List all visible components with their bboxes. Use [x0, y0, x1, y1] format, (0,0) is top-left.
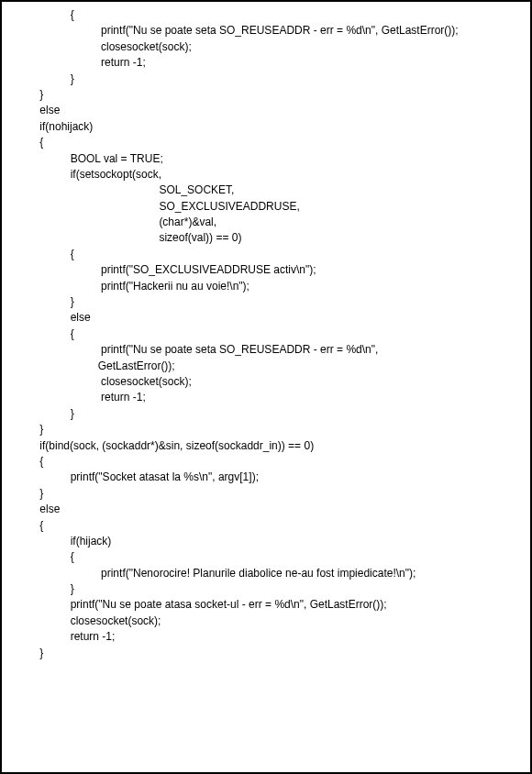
code-line: return -1; — [9, 390, 523, 405]
code-line: printf("Nu se poate atasa socket-ul - er… — [9, 597, 523, 613]
code-line: { — [9, 135, 523, 150]
code-line: return -1; — [9, 55, 523, 71]
code-line: printf("SO_EXCLUSIVEADDRUSE activ\n"); — [9, 262, 523, 278]
code-line: SO_EXCLUSIVEADDRUSE, — [9, 199, 523, 215]
code-line: return -1; — [9, 629, 523, 645]
code-line: else — [9, 310, 523, 326]
code-line: closesocket(sock); — [9, 614, 523, 629]
code-line: } — [9, 486, 523, 502]
code-line: { — [9, 549, 523, 565]
code-line: sizeof(val)) == 0) — [9, 230, 523, 246]
code-line: } — [9, 581, 523, 597]
code-line: } — [9, 646, 523, 661]
code-listing: { printf("Nu se poate seta SO_REUSEADDR … — [9, 7, 523, 661]
code-line: (char*)&val, — [9, 215, 523, 230]
code-line: } — [9, 294, 523, 310]
code-line: printf("Socket atasat la %s\n", argv[1])… — [9, 470, 523, 485]
code-line: { — [9, 326, 523, 342]
code-line: { — [9, 7, 523, 23]
code-line: else — [9, 502, 523, 517]
code-line: BOOL val = TRUE; — [9, 151, 523, 167]
code-line: } — [9, 72, 523, 87]
code-line: if(nohijack) — [9, 119, 523, 135]
code-line: { — [9, 518, 523, 534]
code-line: printf("Nenorocire! Planurile diabolice … — [9, 566, 523, 581]
code-line: if(setsockopt(sock, — [9, 167, 523, 182]
code-line: } — [9, 422, 523, 437]
code-line: { — [9, 247, 523, 262]
code-line: { — [9, 454, 523, 470]
code-line: } — [9, 87, 523, 103]
code-line: if(hijack) — [9, 534, 523, 549]
code-line: printf("Nu se poate seta SO_REUSEADDR - … — [9, 342, 523, 358]
code-line: printf("Hackerii nu au voie!\n"); — [9, 279, 523, 294]
code-line: closesocket(sock); — [9, 39, 523, 55]
code-line: GetLastError()); — [9, 359, 523, 374]
code-line: SOL_SOCKET, — [9, 182, 523, 198]
code-line: printf("Nu se poate seta SO_REUSEADDR - … — [9, 23, 523, 39]
code-line: closesocket(sock); — [9, 374, 523, 390]
code-line: } — [9, 406, 523, 422]
code-line: if(bind(sock, (sockaddr*)&sin, sizeof(so… — [9, 438, 523, 454]
code-line: else — [9, 103, 523, 118]
